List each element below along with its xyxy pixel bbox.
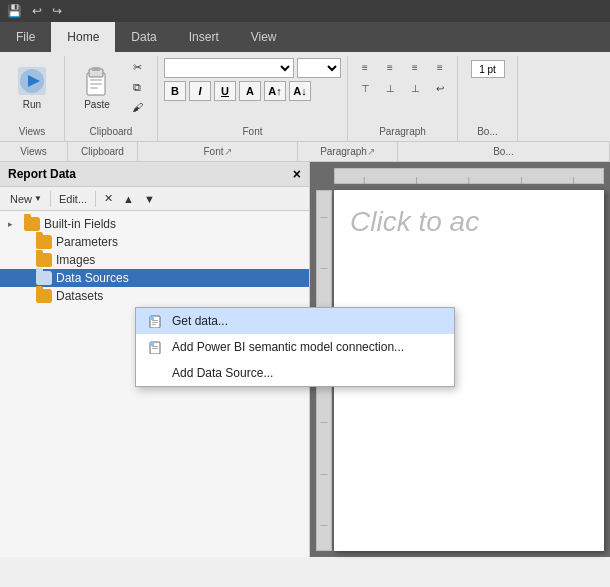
run-button[interactable]: Run <box>8 58 56 116</box>
down-icon: ▼ <box>144 193 155 205</box>
ctx-add-pbi[interactable]: Add Power BI semantic model connection..… <box>136 334 454 360</box>
run-icon <box>16 65 48 97</box>
ctx-add-pbi-label: Add Power BI semantic model connection..… <box>172 340 404 354</box>
svg-rect-13 <box>152 324 156 325</box>
font-group-label: Font <box>164 126 341 139</box>
ribbon-group-paragraph: ≡ ≡ ≡ ≡ ⊤ ⊥ ⊥ ↩ Paragraph <box>348 56 458 141</box>
get-data-icon <box>148 313 164 329</box>
menu-bar: File Home Data Insert View <box>0 22 610 52</box>
context-menu: Get data... Add Power BI semantic model … <box>135 307 455 387</box>
edit-label: Edit... <box>59 193 87 205</box>
views-label: Views <box>0 142 68 161</box>
undo-icon[interactable]: ↩ <box>29 2 45 20</box>
new-dropdown-icon: ▼ <box>34 194 42 203</box>
redo-icon[interactable]: ↪ <box>49 2 65 20</box>
svg-rect-16 <box>152 346 158 347</box>
font-size-select[interactable] <box>297 58 341 78</box>
pt-size-input[interactable] <box>471 60 505 78</box>
paste-label: Paste <box>84 99 110 110</box>
ribbon-labels-row: Views Clipboard Font ↗ Paragraph ↗ Bo... <box>0 142 610 162</box>
toolbar-separator-2 <box>95 191 96 207</box>
paste-icon <box>81 65 113 97</box>
italic-button[interactable]: I <box>189 81 211 101</box>
tree-item-images[interactable]: Images <box>0 251 309 269</box>
border-group-label: Bo... <box>477 126 498 139</box>
panel-title: Report Data <box>8 167 76 181</box>
ctx-get-data[interactable]: Get data... <box>136 308 454 334</box>
folder-icon-datasets <box>36 289 52 303</box>
font-color-button[interactable]: A <box>239 81 261 101</box>
svg-rect-12 <box>152 322 158 323</box>
builtin-fields-label: Built-in Fields <box>44 217 116 231</box>
tree-item-parameters[interactable]: Parameters <box>0 233 309 251</box>
panel-header: Report Data × <box>0 162 309 187</box>
panel-close-button[interactable]: × <box>293 166 301 182</box>
tree-item-datasets[interactable]: Datasets <box>0 287 309 305</box>
move-up-button[interactable]: ▲ <box>119 191 138 207</box>
svg-rect-15 <box>150 342 154 346</box>
add-datasource-icon <box>148 365 164 381</box>
tree-item-builtin-fields[interactable]: ▸ Built-in Fields <box>0 215 309 233</box>
paste-button[interactable]: Paste <box>73 58 121 116</box>
align-top-button[interactable]: ⊤ <box>354 79 376 97</box>
toolbar-separator-1 <box>50 191 51 207</box>
ribbon-group-views: Run Views <box>0 56 65 141</box>
align-center-button[interactable]: ≡ <box>379 58 401 76</box>
copy-button[interactable]: ⧉ <box>125 78 149 96</box>
font-name-select[interactable] <box>164 58 294 78</box>
tree-item-data-sources[interactable]: Data Sources <box>0 269 309 287</box>
paragraph-label: Paragraph ↗ <box>298 142 398 161</box>
datasets-label: Datasets <box>56 289 103 303</box>
ctx-get-data-label: Get data... <box>172 314 228 328</box>
align-bottom-button[interactable]: ⊥ <box>404 79 426 97</box>
ribbon-group-font: B I U A A↑ A↓ Font <box>158 56 348 141</box>
save-icon[interactable]: 💾 <box>4 2 25 20</box>
add-pbi-icon <box>148 339 164 355</box>
align-right-button[interactable]: ≡ <box>404 58 426 76</box>
svg-rect-17 <box>152 348 158 349</box>
clipboard-group-label: Clipboard <box>90 126 133 139</box>
svg-rect-7 <box>90 83 102 85</box>
new-button[interactable]: New ▼ <box>6 191 46 207</box>
delete-button[interactable]: ✕ <box>100 190 117 207</box>
format-painter-button[interactable]: 🖌 <box>125 98 149 116</box>
font-grow-button[interactable]: A↑ <box>264 81 286 101</box>
underline-button[interactable]: U <box>214 81 236 101</box>
indent-list-button[interactable]: ≡ <box>429 58 451 76</box>
bold-button[interactable]: B <box>164 81 186 101</box>
folder-icon-builtin <box>24 217 40 231</box>
tab-file[interactable]: File <box>0 22 51 52</box>
rtl-button[interactable]: ↩ <box>429 79 451 97</box>
clipboard-label: Clipboard <box>68 142 138 161</box>
images-label: Images <box>56 253 95 267</box>
ctx-add-datasource[interactable]: Add Data Source... <box>136 360 454 386</box>
move-down-button[interactable]: ▼ <box>140 191 159 207</box>
parameters-label: Parameters <box>56 235 118 249</box>
ribbon: Run Views Paste <box>0 52 610 142</box>
font-shrink-button[interactable]: A↓ <box>289 81 311 101</box>
folder-icon-datasources <box>36 271 52 285</box>
align-middle-button[interactable]: ⊥ <box>379 79 401 97</box>
cut-button[interactable]: ✂ <box>125 58 149 76</box>
align-left-button[interactable]: ≡ <box>354 58 376 76</box>
canvas-placeholder: Click to ac <box>350 206 479 237</box>
tab-view[interactable]: View <box>235 22 293 52</box>
tab-data[interactable]: Data <box>115 22 172 52</box>
svg-rect-5 <box>92 67 100 71</box>
edit-button[interactable]: Edit... <box>55 191 91 207</box>
expander-builtin: ▸ <box>8 219 20 229</box>
svg-rect-6 <box>90 79 102 81</box>
tab-home[interactable]: Home <box>51 22 115 52</box>
svg-rect-10 <box>150 316 154 320</box>
up-icon: ▲ <box>123 193 134 205</box>
ctx-add-datasource-label: Add Data Source... <box>172 366 273 380</box>
delete-icon: ✕ <box>104 192 113 205</box>
main-area: Report Data × New ▼ Edit... ✕ ▲ ▼ <box>0 162 610 557</box>
views-group-label: Views <box>19 126 46 139</box>
border-label: Bo... <box>398 142 610 161</box>
tab-insert[interactable]: Insert <box>173 22 235 52</box>
panel-toolbar: New ▼ Edit... ✕ ▲ ▼ <box>0 187 309 211</box>
data-sources-label: Data Sources <box>56 271 129 285</box>
cut-copy-group: ✂ ⧉ 🖌 <box>125 58 149 116</box>
run-label: Run <box>23 99 41 110</box>
